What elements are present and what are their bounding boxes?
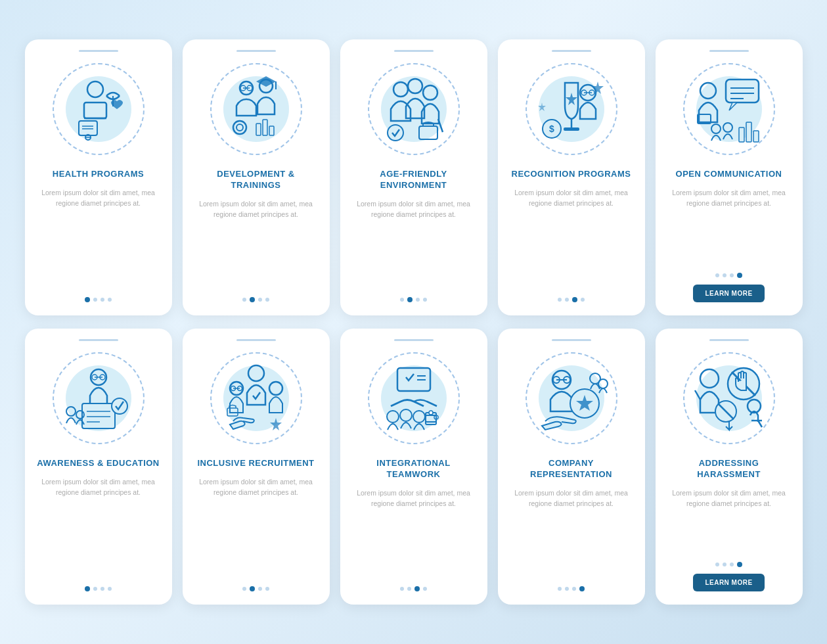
dot [265, 298, 269, 302]
card-age-title: AGE-FRIENDLY ENVIRONMENT [351, 169, 477, 191]
svg-point-74 [400, 409, 412, 421]
dot [558, 587, 562, 591]
dot [93, 298, 97, 302]
dot [85, 586, 90, 591]
development-trainings-icon [217, 70, 296, 149]
dot [423, 587, 427, 591]
svg-rect-27 [419, 126, 437, 139]
dot [258, 298, 262, 302]
icon-area-harassment [680, 349, 778, 448]
svg-point-46 [711, 124, 721, 133]
main-grid: HEALTH PROGRAMS Lorem ipsum dolor sit di… [13, 39, 814, 605]
card-inclusive-recruitment: INCLUSIVE RECRUITMENT Lorem ipsum dolor … [183, 329, 330, 605]
svg-point-88 [598, 379, 608, 388]
dot [558, 298, 562, 302]
top-line [552, 50, 591, 52]
card-awareness-text: Lorem ipsum dolor sit dim amet, mea regi… [35, 477, 162, 577]
svg-point-44 [700, 83, 716, 99]
svg-rect-2 [87, 105, 104, 116]
dot [101, 587, 104, 591]
svg-point-62 [248, 365, 264, 381]
svg-point-23 [408, 79, 422, 93]
dot [407, 297, 413, 302]
open-communication-icon [690, 70, 769, 149]
top-line [236, 339, 276, 341]
svg-line-93 [758, 421, 762, 427]
svg-rect-50 [753, 131, 759, 142]
icon-area-comm [680, 60, 778, 158]
card-addressing-harassment: ADDRESSING HARASSMENT Lorem ipsum dolor … [656, 329, 803, 605]
dot [723, 563, 726, 566]
icon-area-teamwork [365, 349, 463, 448]
svg-point-75 [413, 411, 425, 423]
card-recognition: $ RECOGNITION PROGRAMS Lorem ipsum dolor… [498, 39, 645, 315]
card-dev-text: Lorem ipsum dolor sit dim amet, mea regi… [193, 199, 319, 288]
card-teamwork-title: INTEGRATIONAL TEAMWORK [351, 458, 477, 480]
svg-rect-49 [746, 122, 751, 142]
svg-point-22 [393, 82, 408, 97]
card-recognition-dots [558, 297, 585, 302]
top-line [394, 50, 434, 52]
svg-point-68 [269, 382, 282, 395]
svg-point-24 [423, 85, 437, 100]
svg-point-18 [236, 124, 243, 131]
row-2: AWARENESS & EDUCATION Lorem ipsum dolor … [13, 329, 814, 605]
age-friendly-icon [374, 70, 453, 149]
svg-point-0 [87, 81, 103, 97]
dot [400, 587, 404, 591]
card-inclusive-text: Lorem ipsum dolor sit dim amet, mea regi… [193, 477, 319, 577]
learn-more-button-comm[interactable]: LEARN MORE [693, 285, 764, 302]
card-comm-dots [715, 273, 742, 278]
dot [265, 587, 269, 591]
dot [242, 298, 246, 302]
card-health-title: HEALTH PROGRAMS [53, 169, 144, 180]
icon-area-inclusive [207, 349, 305, 448]
top-line [709, 339, 749, 341]
dot [414, 586, 420, 591]
top-line [394, 339, 434, 341]
svg-marker-38 [538, 103, 546, 111]
dot [423, 298, 427, 302]
card-teamwork-dots [400, 586, 427, 591]
dot [93, 587, 97, 591]
icon-area-health [49, 60, 148, 158]
awareness-icon [59, 359, 138, 438]
card-health-programs: HEALTH PROGRAMS Lorem ipsum dolor sit di… [25, 39, 172, 315]
top-line [79, 50, 118, 52]
top-line [552, 339, 591, 341]
icon-area-awareness [49, 349, 148, 448]
svg-point-47 [723, 123, 732, 132]
dot [85, 297, 90, 302]
dot [258, 587, 262, 591]
dot [715, 563, 719, 566]
dot [250, 297, 255, 302]
icon-area-dev [207, 60, 305, 158]
card-awareness-dots [85, 586, 112, 591]
card-health-text: Lorem ipsum dolor sit dim amet, mea regi… [35, 188, 162, 288]
icon-area-company [522, 349, 621, 448]
dot [400, 298, 404, 302]
card-company-representation: COMPANY REPRESENTATION Lorem ipsum dolor… [498, 329, 645, 605]
card-comm-title: OPEN COMMUNICATION [676, 169, 782, 180]
card-company-text: Lorem ipsum dolor sit dim amet, mea regi… [508, 488, 635, 577]
inclusive-recruitment-icon [217, 359, 296, 438]
svg-rect-29 [564, 127, 579, 131]
dot [250, 586, 255, 591]
card-company-dots [558, 586, 585, 591]
svg-text:$: $ [549, 124, 554, 134]
card-open-communication: OPEN COMMUNICATION Lorem ipsum dolor sit… [656, 39, 803, 315]
card-recognition-text: Lorem ipsum dolor sit dim amet, mea regi… [508, 188, 635, 288]
svg-rect-55 [82, 403, 115, 428]
dot [416, 298, 420, 302]
svg-point-26 [388, 125, 403, 141]
dot [730, 563, 734, 566]
svg-marker-69 [270, 418, 282, 430]
health-programs-icon [59, 70, 138, 149]
dot [730, 273, 734, 277]
dot [565, 298, 569, 302]
card-harassment-title: ADDRESSING HARASSMENT [666, 458, 792, 480]
learn-more-button-harassment[interactable]: LEARN MORE [693, 574, 764, 591]
card-integrational: INTEGRATIONAL TEAMWORK Lorem ipsum dolor… [340, 329, 487, 605]
dot [407, 587, 411, 591]
dot [572, 297, 577, 302]
